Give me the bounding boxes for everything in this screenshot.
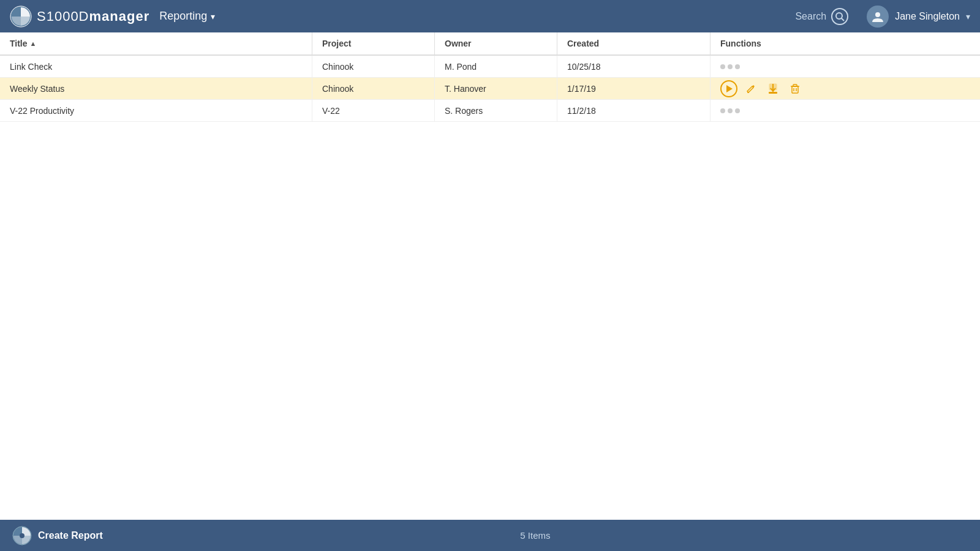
cell-functions	[710, 56, 980, 77]
dot	[720, 108, 725, 113]
search-icon[interactable]	[831, 8, 848, 25]
logo-area: S1000Dmanager	[10, 6, 149, 28]
table-row[interactable]: V-22 ProductivityV-22S. Rogers11/2/18	[0, 100, 980, 122]
svg-point-15	[20, 533, 24, 538]
app-footer: Create Report 5 Items	[0, 520, 980, 551]
col-owner[interactable]: Owner	[435, 32, 557, 54]
create-report-label: Create Report	[38, 530, 103, 541]
table-header: Title ▲ Project Owner Created Functions	[0, 32, 980, 56]
logo-text: S1000Dmanager	[37, 9, 149, 24]
table-row[interactable]: Weekly StatusChinookT. Hanover1/17/19	[0, 78, 980, 100]
cell-project: Chinook	[312, 56, 435, 77]
reporting-menu-button[interactable]: Reporting ▾	[159, 10, 215, 23]
footer-center: 5 Items	[103, 530, 968, 541]
svg-rect-8	[769, 92, 777, 94]
app-header: S1000Dmanager Reporting ▾ Search Jane Si…	[0, 0, 980, 32]
dot	[735, 64, 740, 69]
col-title-label: Title	[10, 39, 28, 48]
play-button[interactable]	[720, 80, 737, 97]
create-report-button[interactable]: Create Report	[12, 526, 103, 545]
save-button[interactable]	[764, 80, 782, 97]
user-menu[interactable]: Jane Singleton ▾	[867, 6, 970, 28]
cell-created: 10/25/18	[557, 56, 710, 77]
table-row[interactable]: Link CheckChinookM. Pond10/25/18	[0, 56, 980, 78]
svg-point-1	[836, 13, 842, 19]
user-avatar	[867, 6, 889, 28]
col-created-label: Created	[567, 39, 599, 48]
col-owner-label: Owner	[445, 39, 472, 48]
svg-line-2	[842, 18, 844, 21]
cell-title: V-22 Productivity	[0, 100, 312, 121]
reporting-chevron-icon: ▾	[211, 12, 215, 21]
dot	[735, 108, 740, 113]
dot	[728, 108, 733, 113]
col-project[interactable]: Project	[312, 32, 435, 54]
cell-owner: T. Hanover	[435, 78, 557, 99]
col-functions-label: Functions	[720, 39, 761, 48]
col-functions: Functions	[710, 32, 980, 54]
user-name: Jane Singleton	[895, 11, 960, 22]
cell-created: 11/2/18	[557, 100, 710, 121]
search-label: Search	[795, 11, 826, 22]
delete-button[interactable]	[786, 80, 804, 97]
svg-marker-4	[726, 85, 733, 92]
cell-functions	[710, 78, 980, 99]
edit-button[interactable]	[742, 80, 760, 97]
more-options-dots[interactable]	[720, 108, 740, 113]
create-report-icon	[12, 526, 32, 545]
cell-project: Chinook	[312, 78, 435, 99]
svg-point-3	[875, 12, 880, 17]
cell-title: Weekly Status	[0, 78, 312, 99]
cell-title: Link Check	[0, 56, 312, 77]
reporting-label: Reporting	[159, 10, 207, 23]
cell-owner: S. Rogers	[435, 100, 557, 121]
more-options-dots[interactable]	[720, 64, 740, 69]
cell-owner: M. Pond	[435, 56, 557, 77]
items-count: 5 Items	[520, 530, 550, 541]
dot	[728, 64, 733, 69]
dot	[720, 64, 725, 69]
user-chevron-icon: ▾	[966, 12, 970, 21]
logo-icon	[10, 6, 32, 28]
cell-created: 1/17/19	[557, 78, 710, 99]
col-created[interactable]: Created	[557, 32, 710, 54]
cell-project: V-22	[312, 100, 435, 121]
cell-functions	[710, 100, 980, 121]
sort-arrow-icon: ▲	[30, 40, 37, 47]
col-title[interactable]: Title ▲	[0, 32, 312, 54]
svg-rect-9	[792, 86, 798, 93]
search-area[interactable]: Search	[795, 8, 848, 25]
svg-rect-11	[793, 84, 797, 86]
table-body: Link CheckChinookM. Pond10/25/18Weekly S…	[0, 56, 980, 520]
col-project-label: Project	[322, 39, 351, 48]
